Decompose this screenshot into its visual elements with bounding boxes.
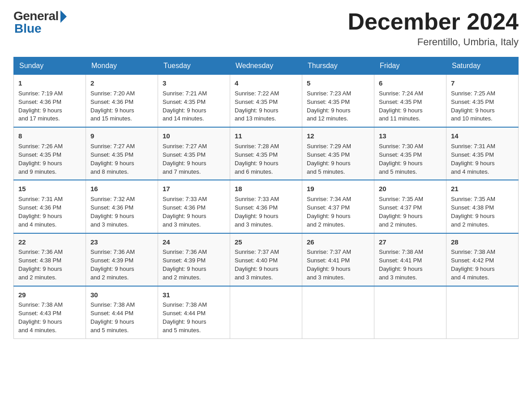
calendar-day-cell: 6Sunrise: 7:24 AMSunset: 4:35 PMDaylight… — [374, 75, 446, 128]
calendar-day-cell: 18Sunrise: 7:33 AMSunset: 4:36 PMDayligh… — [230, 180, 302, 233]
day-info: Sunrise: 7:37 AMSunset: 4:40 PMDaylight:… — [235, 248, 297, 282]
day-info: Sunrise: 7:23 AMSunset: 4:35 PMDaylight:… — [307, 90, 369, 123]
day-info: Sunrise: 7:20 AMSunset: 4:36 PMDaylight:… — [90, 90, 153, 123]
calendar-day-cell: 11Sunrise: 7:28 AMSunset: 4:35 PMDayligh… — [230, 127, 302, 180]
logo-arrow-icon — [60, 10, 67, 23]
day-number: 17 — [163, 184, 225, 194]
day-number: 5 — [307, 78, 369, 88]
day-info: Sunrise: 7:32 AMSunset: 4:36 PMDaylight:… — [90, 195, 153, 229]
day-number: 9 — [90, 131, 153, 141]
day-info: Sunrise: 7:38 AMSunset: 4:43 PMDaylight:… — [18, 301, 81, 334]
weekday-header-tuesday: Tuesday — [158, 57, 230, 75]
day-number: 8 — [18, 131, 81, 141]
calendar-day-cell: 17Sunrise: 7:33 AMSunset: 4:36 PMDayligh… — [158, 180, 230, 233]
day-info: Sunrise: 7:28 AMSunset: 4:35 PMDaylight:… — [235, 142, 297, 176]
title-block: December 2024 Ferentillo, Umbria, Italy — [348, 9, 519, 48]
day-number: 23 — [90, 237, 153, 247]
day-number: 11 — [235, 131, 297, 141]
calendar-day-cell: 10Sunrise: 7:27 AMSunset: 4:35 PMDayligh… — [158, 127, 230, 180]
day-info: Sunrise: 7:38 AMSunset: 4:44 PMDaylight:… — [90, 301, 153, 334]
day-number: 27 — [379, 237, 442, 247]
calendar-day-cell: 28Sunrise: 7:38 AMSunset: 4:42 PMDayligh… — [446, 233, 519, 286]
day-info: Sunrise: 7:36 AMSunset: 4:39 PMDaylight:… — [90, 248, 153, 282]
calendar-day-cell: 16Sunrise: 7:32 AMSunset: 4:36 PMDayligh… — [86, 180, 158, 233]
weekday-header-friday: Friday — [374, 57, 446, 75]
calendar-day-cell: 24Sunrise: 7:36 AMSunset: 4:39 PMDayligh… — [158, 233, 230, 286]
day-number: 18 — [235, 184, 297, 194]
weekday-header-row: SundayMondayTuesdayWednesdayThursdayFrid… — [14, 57, 519, 75]
calendar-day-cell: 23Sunrise: 7:36 AMSunset: 4:39 PMDayligh… — [86, 233, 158, 286]
weekday-header-sunday: Sunday — [14, 57, 86, 75]
calendar-day-cell: 29Sunrise: 7:38 AMSunset: 4:43 PMDayligh… — [14, 286, 86, 339]
day-number: 16 — [90, 184, 153, 194]
day-number: 3 — [163, 78, 225, 88]
calendar-day-cell: 13Sunrise: 7:30 AMSunset: 4:35 PMDayligh… — [374, 127, 446, 180]
day-number: 28 — [451, 237, 514, 247]
day-info: Sunrise: 7:30 AMSunset: 4:35 PMDaylight:… — [379, 142, 442, 176]
day-number: 25 — [235, 237, 297, 247]
day-info: Sunrise: 7:21 AMSunset: 4:35 PMDaylight:… — [163, 90, 225, 123]
day-info: Sunrise: 7:35 AMSunset: 4:38 PMDaylight:… — [451, 195, 514, 229]
calendar-day-cell: 1Sunrise: 7:19 AMSunset: 4:36 PMDaylight… — [14, 75, 86, 128]
day-info: Sunrise: 7:38 AMSunset: 4:42 PMDaylight:… — [451, 248, 514, 282]
calendar-day-cell: 27Sunrise: 7:38 AMSunset: 4:41 PMDayligh… — [374, 233, 446, 286]
logo: General Blue — [13, 9, 67, 36]
calendar-day-cell: 4Sunrise: 7:22 AMSunset: 4:35 PMDaylight… — [230, 75, 302, 128]
calendar-day-cell: 25Sunrise: 7:37 AMSunset: 4:40 PMDayligh… — [230, 233, 302, 286]
day-number: 19 — [307, 184, 369, 194]
calendar-day-cell: 12Sunrise: 7:29 AMSunset: 4:35 PMDayligh… — [302, 127, 374, 180]
day-number: 20 — [379, 184, 442, 194]
weekday-header-wednesday: Wednesday — [230, 57, 302, 75]
calendar-day-cell: 21Sunrise: 7:35 AMSunset: 4:38 PMDayligh… — [446, 180, 519, 233]
day-number: 22 — [18, 237, 81, 247]
day-info: Sunrise: 7:26 AMSunset: 4:35 PMDaylight:… — [18, 142, 81, 176]
day-number: 30 — [90, 290, 153, 300]
calendar-day-cell: 22Sunrise: 7:36 AMSunset: 4:38 PMDayligh… — [14, 233, 86, 286]
day-info: Sunrise: 7:36 AMSunset: 4:38 PMDaylight:… — [18, 248, 81, 282]
calendar-day-cell — [374, 286, 446, 339]
calendar-day-cell: 14Sunrise: 7:31 AMSunset: 4:35 PMDayligh… — [446, 127, 519, 180]
weekday-header-saturday: Saturday — [446, 57, 519, 75]
day-info: Sunrise: 7:38 AMSunset: 4:41 PMDaylight:… — [379, 248, 442, 282]
day-info: Sunrise: 7:31 AMSunset: 4:36 PMDaylight:… — [18, 195, 81, 229]
day-number: 14 — [451, 131, 514, 141]
calendar-day-cell: 19Sunrise: 7:34 AMSunset: 4:37 PMDayligh… — [302, 180, 374, 233]
day-info: Sunrise: 7:27 AMSunset: 4:35 PMDaylight:… — [90, 142, 153, 176]
calendar-day-cell: 8Sunrise: 7:26 AMSunset: 4:35 PMDaylight… — [14, 127, 86, 180]
calendar-week-row: 29Sunrise: 7:38 AMSunset: 4:43 PMDayligh… — [14, 286, 519, 339]
calendar-day-cell: 2Sunrise: 7:20 AMSunset: 4:36 PMDaylight… — [86, 75, 158, 128]
location-text: Ferentillo, Umbria, Italy — [348, 36, 519, 48]
day-number: 10 — [163, 131, 225, 141]
day-info: Sunrise: 7:27 AMSunset: 4:35 PMDaylight:… — [163, 142, 225, 176]
day-info: Sunrise: 7:36 AMSunset: 4:39 PMDaylight:… — [163, 248, 225, 282]
calendar-day-cell: 7Sunrise: 7:25 AMSunset: 4:35 PMDaylight… — [446, 75, 519, 128]
calendar-week-row: 15Sunrise: 7:31 AMSunset: 4:36 PMDayligh… — [14, 180, 519, 233]
calendar-day-cell — [446, 286, 519, 339]
calendar-week-row: 1Sunrise: 7:19 AMSunset: 4:36 PMDaylight… — [14, 75, 519, 128]
day-info: Sunrise: 7:35 AMSunset: 4:37 PMDaylight:… — [379, 195, 442, 229]
calendar-day-cell: 20Sunrise: 7:35 AMSunset: 4:37 PMDayligh… — [374, 180, 446, 233]
day-number: 6 — [379, 78, 442, 88]
calendar-day-cell — [230, 286, 302, 339]
day-info: Sunrise: 7:33 AMSunset: 4:36 PMDaylight:… — [163, 195, 225, 229]
day-info: Sunrise: 7:19 AMSunset: 4:36 PMDaylight:… — [18, 90, 81, 123]
calendar-day-cell: 26Sunrise: 7:37 AMSunset: 4:41 PMDayligh… — [302, 233, 374, 286]
weekday-header-monday: Monday — [86, 57, 158, 75]
calendar-day-cell: 15Sunrise: 7:31 AMSunset: 4:36 PMDayligh… — [14, 180, 86, 233]
calendar-day-cell: 9Sunrise: 7:27 AMSunset: 4:35 PMDaylight… — [86, 127, 158, 180]
day-number: 31 — [163, 290, 225, 300]
day-info: Sunrise: 7:34 AMSunset: 4:37 PMDaylight:… — [307, 195, 369, 229]
day-info: Sunrise: 7:22 AMSunset: 4:35 PMDaylight:… — [235, 90, 297, 123]
calendar-day-cell: 31Sunrise: 7:38 AMSunset: 4:44 PMDayligh… — [158, 286, 230, 339]
page-header: General Blue December 2024 Ferentillo, U… — [13, 9, 519, 48]
day-info: Sunrise: 7:38 AMSunset: 4:44 PMDaylight:… — [163, 301, 225, 334]
calendar-day-cell: 30Sunrise: 7:38 AMSunset: 4:44 PMDayligh… — [86, 286, 158, 339]
logo-blue-text: Blue — [14, 21, 42, 36]
month-title: December 2024 — [348, 9, 519, 34]
day-number: 12 — [307, 131, 369, 141]
calendar-table: SundayMondayTuesdayWednesdayThursdayFrid… — [13, 57, 519, 339]
day-number: 29 — [18, 290, 81, 300]
day-number: 15 — [18, 184, 81, 194]
day-number: 4 — [235, 78, 297, 88]
day-number: 21 — [451, 184, 514, 194]
